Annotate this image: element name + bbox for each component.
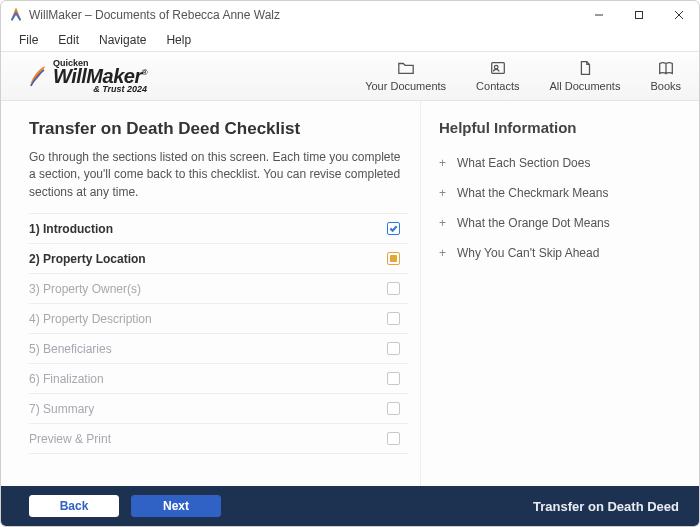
checklist-label: 6) Finalization bbox=[29, 372, 104, 386]
contacts-icon bbox=[489, 60, 507, 78]
checklist-label: 1) Introduction bbox=[29, 222, 113, 236]
checklist-row: Preview & Print bbox=[29, 424, 408, 454]
current-dot-icon bbox=[390, 255, 397, 262]
svg-point-5 bbox=[494, 65, 498, 69]
checklist-row: 5) Beneficiaries bbox=[29, 334, 408, 364]
side-title: Helpful Information bbox=[439, 119, 681, 136]
header-bar: Quicken WillMaker® & Trust 2024 Your Doc… bbox=[1, 51, 699, 101]
nav-books[interactable]: Books bbox=[650, 60, 681, 92]
status-box bbox=[387, 252, 400, 265]
checklist-row[interactable]: 1) Introduction bbox=[29, 214, 408, 244]
top-nav: Your Documents Contacts All Documents Bo… bbox=[365, 60, 681, 92]
menu-navigate[interactable]: Navigate bbox=[91, 31, 154, 49]
expand-icon: + bbox=[439, 156, 449, 170]
nav-contacts[interactable]: Contacts bbox=[476, 60, 519, 92]
window-title: WillMaker – Documents of Rebecca Anne Wa… bbox=[29, 8, 280, 22]
expand-icon: + bbox=[439, 186, 449, 200]
menu-help[interactable]: Help bbox=[158, 31, 199, 49]
info-label: What Each Section Does bbox=[457, 156, 590, 170]
checklist-row: 4) Property Description bbox=[29, 304, 408, 334]
next-button[interactable]: Next bbox=[131, 495, 221, 517]
checklist-row[interactable]: 2) Property Location bbox=[29, 244, 408, 274]
status-box bbox=[387, 312, 400, 325]
checklist-row: 7) Summary bbox=[29, 394, 408, 424]
info-item[interactable]: +What the Checkmark Means bbox=[439, 178, 681, 208]
page-title: Transfer on Death Deed Checklist bbox=[29, 119, 408, 139]
page-intro: Go through the sections listed on this s… bbox=[29, 149, 408, 201]
side-column: Helpful Information +What Each Section D… bbox=[421, 101, 699, 486]
feather-icon bbox=[27, 64, 47, 88]
nav-label: Contacts bbox=[476, 80, 519, 92]
status-box bbox=[387, 372, 400, 385]
checklist-label: 5) Beneficiaries bbox=[29, 342, 112, 356]
info-item[interactable]: +What the Orange Dot Means bbox=[439, 208, 681, 238]
info-item[interactable]: +Why You Can't Skip Ahead bbox=[439, 238, 681, 268]
content: Transfer on Death Deed Checklist Go thro… bbox=[1, 101, 699, 486]
back-button[interactable]: Back bbox=[29, 495, 119, 517]
info-label: What the Orange Dot Means bbox=[457, 216, 610, 230]
minimize-button[interactable] bbox=[579, 1, 619, 29]
checklist-label: 3) Property Owner(s) bbox=[29, 282, 141, 296]
close-button[interactable] bbox=[659, 1, 699, 29]
title-bar: WillMaker – Documents of Rebecca Anne Wa… bbox=[1, 1, 699, 29]
app-icon bbox=[9, 8, 23, 22]
status-box bbox=[387, 222, 400, 235]
svg-rect-1 bbox=[636, 12, 643, 19]
nav-your-documents[interactable]: Your Documents bbox=[365, 60, 446, 92]
nav-label: All Documents bbox=[550, 80, 621, 92]
checklist-label: 7) Summary bbox=[29, 402, 94, 416]
expand-icon: + bbox=[439, 216, 449, 230]
info-item[interactable]: +What Each Section Does bbox=[439, 148, 681, 178]
app-logo: Quicken WillMaker® & Trust 2024 bbox=[27, 59, 147, 93]
nav-all-documents[interactable]: All Documents bbox=[550, 60, 621, 92]
window-controls bbox=[579, 1, 699, 29]
status-box bbox=[387, 402, 400, 415]
menu-bar: File Edit Navigate Help bbox=[1, 29, 699, 51]
checklist-row: 3) Property Owner(s) bbox=[29, 274, 408, 304]
document-icon bbox=[576, 60, 594, 78]
footer-bar: Back Next Transfer on Death Deed bbox=[1, 486, 699, 526]
status-box bbox=[387, 342, 400, 355]
book-icon bbox=[657, 60, 675, 78]
checklist-label: 4) Property Description bbox=[29, 312, 152, 326]
nav-label: Your Documents bbox=[365, 80, 446, 92]
checkmark-icon bbox=[389, 224, 398, 233]
status-box bbox=[387, 432, 400, 445]
helpful-info-list: +What Each Section Does+What the Checkma… bbox=[439, 148, 681, 268]
info-label: What the Checkmark Means bbox=[457, 186, 608, 200]
checklist-row: 6) Finalization bbox=[29, 364, 408, 394]
nav-label: Books bbox=[650, 80, 681, 92]
footer-title: Transfer on Death Deed bbox=[533, 499, 679, 514]
info-label: Why You Can't Skip Ahead bbox=[457, 246, 599, 260]
main-column: Transfer on Death Deed Checklist Go thro… bbox=[1, 101, 421, 486]
folder-icon bbox=[397, 60, 415, 78]
checklist-label: Preview & Print bbox=[29, 432, 111, 446]
logo-line-2: WillMaker® bbox=[53, 67, 147, 85]
checklist: 1) Introduction2) Property Location3) Pr… bbox=[29, 213, 408, 454]
checklist-label: 2) Property Location bbox=[29, 252, 146, 266]
menu-file[interactable]: File bbox=[11, 31, 46, 49]
menu-edit[interactable]: Edit bbox=[50, 31, 87, 49]
maximize-button[interactable] bbox=[619, 1, 659, 29]
status-box bbox=[387, 282, 400, 295]
expand-icon: + bbox=[439, 246, 449, 260]
